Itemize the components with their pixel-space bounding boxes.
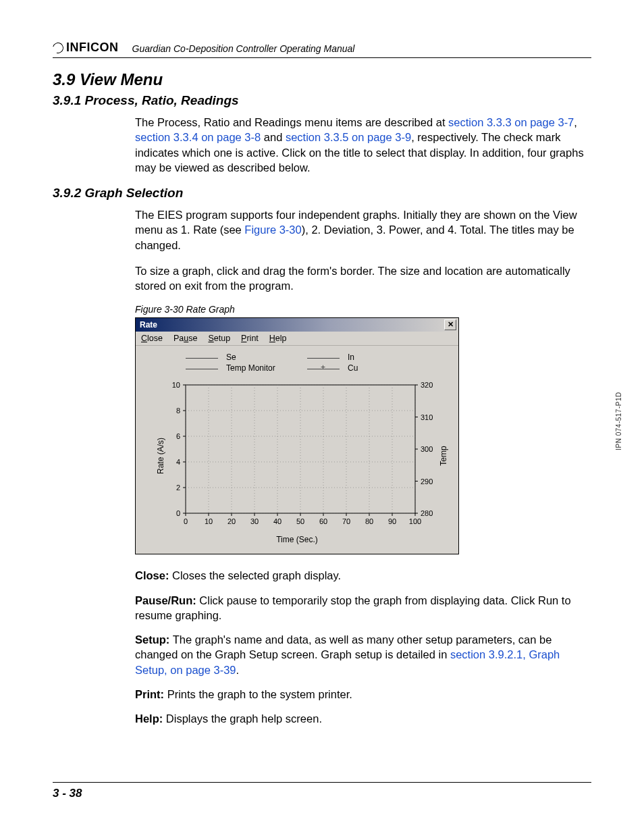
legend-label: Se xyxy=(226,353,307,362)
menu-setup[interactable]: Setup xyxy=(208,334,230,343)
y-axis-label: Rate (A/s) xyxy=(156,438,165,474)
paragraph: The Process, Ratio and Readings menu ite… xyxy=(135,115,591,175)
svg-text:60: 60 xyxy=(319,517,327,525)
svg-text:8: 8 xyxy=(176,407,180,415)
legend-label: Temp Monitor xyxy=(226,363,307,373)
paragraph: To size a graph, click and drag the form… xyxy=(135,263,591,294)
page-header: INFICON Guardian Co-Deposition Controlle… xyxy=(53,41,591,58)
rate-graph-window: Rate ✕ Close Pause Setup Print Help Se I… xyxy=(135,317,459,554)
definition-setup: Setup: The graph's name and data, as wel… xyxy=(135,632,591,677)
svg-text:4: 4 xyxy=(176,458,180,466)
chart-plot: Rate (A/s) Temp 010203040506070809010002… xyxy=(145,378,449,533)
svg-text:90: 90 xyxy=(388,517,396,525)
legend-swatch-in xyxy=(307,358,340,359)
window-titlebar: Rate ✕ xyxy=(136,318,458,332)
svg-text:70: 70 xyxy=(342,517,350,525)
legend-swatch-cu xyxy=(307,369,340,369)
svg-text:0: 0 xyxy=(184,517,188,525)
svg-text:310: 310 xyxy=(421,413,433,421)
legend-swatch-temp xyxy=(186,369,218,369)
subsection-heading-2: 3.9.2 Graph Selection xyxy=(53,186,591,201)
brand-logo: INFICON xyxy=(53,41,119,55)
legend-swatch-se xyxy=(186,358,218,359)
svg-text:10: 10 xyxy=(172,381,180,389)
xref-link[interactable]: section 3.3.3 on page 3-7 xyxy=(448,116,574,128)
definition-print: Print: Prints the graph to the system pr… xyxy=(135,687,591,702)
ipn-label: IPN 074-517-P1D xyxy=(615,392,622,450)
svg-text:290: 290 xyxy=(421,477,433,486)
chart-area: Se In Temp Monitor Cu Rate (A/s) Temp 01… xyxy=(136,346,458,554)
menu-close[interactable]: Close xyxy=(141,334,163,343)
xref-link[interactable]: Figure 3-30 xyxy=(244,224,301,236)
xref-link[interactable]: section 3.3.5 on page 3-9 xyxy=(286,131,411,143)
definition-help: Help: Displays the graph help screen. xyxy=(135,711,591,726)
menubar: Close Pause Setup Print Help xyxy=(136,332,458,346)
close-icon[interactable]: ✕ xyxy=(444,319,456,330)
definition-pause: Pause/Run: Click pause to temporarily st… xyxy=(135,593,591,623)
svg-text:50: 50 xyxy=(296,517,304,525)
svg-text:100: 100 xyxy=(409,517,421,525)
chart-legend: Se In Temp Monitor Cu xyxy=(186,353,449,373)
y2-axis-label: Temp xyxy=(438,446,448,466)
svg-text:320: 320 xyxy=(421,381,433,389)
subsection-heading-1: 3.9.1 Process, Ratio, Readings xyxy=(53,93,591,108)
logo-text: INFICON xyxy=(66,41,119,55)
svg-text:10: 10 xyxy=(205,517,213,525)
logo-icon xyxy=(53,43,63,53)
window-title: Rate xyxy=(140,320,157,330)
page-footer: 3 - 38 xyxy=(53,782,591,800)
svg-text:6: 6 xyxy=(176,432,180,440)
figure-caption: Figure 3-30 Rate Graph xyxy=(135,304,591,315)
definition-close: Close: Closes the selected graph display… xyxy=(135,568,591,583)
legend-label: In xyxy=(348,353,375,362)
manual-title: Guardian Co-Deposition Controller Operat… xyxy=(132,43,355,55)
x-axis-label: Time (Sec.) xyxy=(145,535,449,544)
page-number: 3 - 38 xyxy=(53,787,82,800)
section-heading: 3.9 View Menu xyxy=(53,70,591,89)
svg-text:20: 20 xyxy=(227,517,236,525)
paragraph: The EIES program supports four independe… xyxy=(135,207,591,253)
xref-link[interactable]: section 3.3.4 on page 3-8 xyxy=(135,131,261,143)
svg-text:40: 40 xyxy=(273,517,281,525)
svg-text:2: 2 xyxy=(176,484,180,492)
legend-label: Cu xyxy=(348,363,375,373)
chart-svg: 0102030405060708090100024681028029030031… xyxy=(145,378,449,533)
svg-text:80: 80 xyxy=(365,517,373,525)
menu-pause[interactable]: Pause xyxy=(173,334,197,343)
svg-text:0: 0 xyxy=(176,509,180,517)
menu-help[interactable]: Help xyxy=(269,334,287,343)
menu-print[interactable]: Print xyxy=(241,334,259,343)
svg-text:280: 280 xyxy=(421,509,433,517)
svg-text:300: 300 xyxy=(421,445,433,453)
svg-text:30: 30 xyxy=(250,517,259,525)
